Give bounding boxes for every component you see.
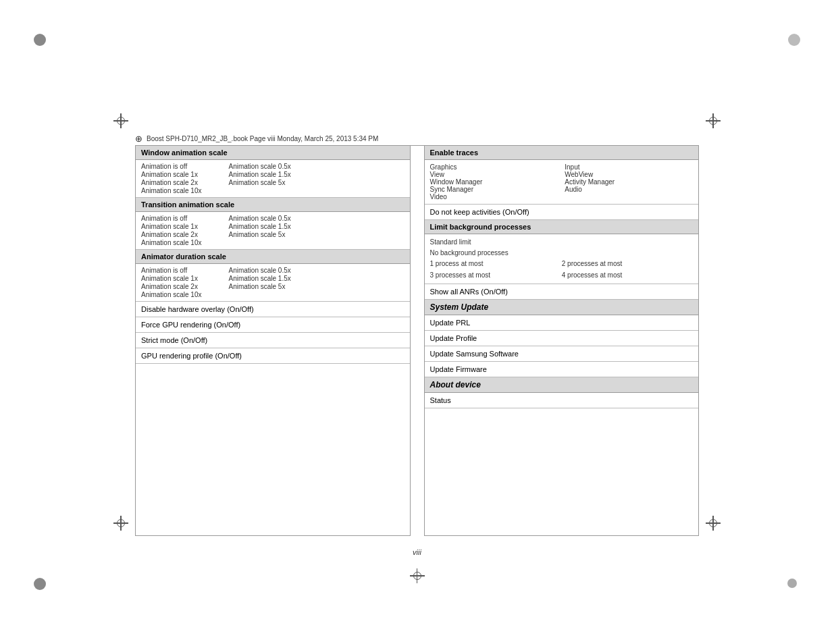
item: Animation scale 1x xyxy=(141,171,202,178)
animator-col1: Animation is off Animation scale 1x Anim… xyxy=(141,267,202,298)
item: Animation scale 1.5x xyxy=(229,171,291,178)
header-text: Boost SPH-D710_MR2_JB_.book Page viii Mo… xyxy=(147,135,378,142)
update-firmware-row[interactable]: Update Firmware xyxy=(425,362,699,377)
window-anim-col2: Animation scale 0.5x Animation scale 1.5… xyxy=(229,163,291,194)
update-samsung-row[interactable]: Update Samsung Software xyxy=(425,346,699,362)
item: Animation scale 10x xyxy=(141,291,202,298)
update-prl-row[interactable]: Update PRL xyxy=(425,315,699,331)
item: Animation is off xyxy=(141,163,202,170)
item: Animation scale 1x xyxy=(141,275,202,282)
window-animation-scale-items: Animation is off Animation scale 1x Anim… xyxy=(136,160,410,198)
page-header: ⊕ Boost SPH-D710_MR2_JB_.book Page viii … xyxy=(135,134,699,146)
enable-traces-header: Enable traces xyxy=(425,146,699,160)
item: Animation scale 5x xyxy=(229,231,291,238)
transition-anim-col2: Animation scale 0.5x Animation scale 1.5… xyxy=(229,215,291,246)
gpu-profile-row[interactable]: GPU rendering profile (On/Off) xyxy=(136,348,410,364)
item: Audio xyxy=(565,186,693,193)
item: Animation scale 2x xyxy=(141,283,202,290)
item: Standard limit xyxy=(430,237,694,248)
show-anrs-row[interactable]: Show all ANRs (On/Off) xyxy=(425,284,699,300)
window-anim-col1: Animation is off Animation scale 1x Anim… xyxy=(141,163,202,194)
item: Animation scale 1.5x xyxy=(229,275,291,282)
transition-anim-col1: Animation is off Animation scale 1x Anim… xyxy=(141,215,202,246)
disable-hw-overlay-row[interactable]: Disable hardware overlay (On/Off) xyxy=(136,302,410,317)
item: 3 processes at most xyxy=(430,270,561,281)
item: View xyxy=(430,171,558,178)
limit-bg-grid: 1 process at most 2 processes at most 3 … xyxy=(430,259,694,281)
enable-traces-items: Graphics View Window Manager Sync Manage… xyxy=(425,160,699,205)
item: Animation scale 5x xyxy=(229,283,291,290)
item: Window Manager xyxy=(430,178,558,186)
item: 2 processes at most xyxy=(562,259,693,269)
force-gpu-row[interactable]: Force GPU rendering (On/Off) xyxy=(136,317,410,333)
right-panel: Enable traces Graphics View Window Manag… xyxy=(424,145,700,536)
item: 1 process at most xyxy=(430,259,561,269)
traces-col2: Input WebView Activity Manager Audio xyxy=(565,163,693,200)
item: No background processes xyxy=(430,248,694,259)
content-area: Window animation scale Animation is off … xyxy=(135,145,699,536)
about-device-header: About device xyxy=(425,377,699,393)
page-number: viii xyxy=(413,548,421,556)
item: Animation scale 1.5x xyxy=(229,223,291,230)
traces-col1: Graphics View Window Manager Sync Manage… xyxy=(430,163,558,200)
item: Animation scale 0.5x xyxy=(229,267,291,274)
item: Graphics xyxy=(430,163,558,171)
item: Activity Manager xyxy=(565,178,693,186)
item: Animation scale 0.5x xyxy=(229,163,291,170)
item: Animation scale 10x xyxy=(141,239,202,246)
strict-mode-row[interactable]: Strict mode (On/Off) xyxy=(136,333,410,348)
animator-duration-scale-items: Animation is off Animation scale 1x Anim… xyxy=(136,264,410,302)
update-profile-row[interactable]: Update Profile xyxy=(425,331,699,346)
item: Video xyxy=(430,193,558,200)
animator-duration-scale-header: Animator duration scale xyxy=(136,250,410,264)
limit-bg-items: Standard limit No background processes 1… xyxy=(425,234,699,284)
item: Animation is off xyxy=(141,267,202,274)
window-animation-scale-header: Window animation scale xyxy=(136,146,410,160)
animator-col2: Animation scale 0.5x Animation scale 1.5… xyxy=(229,267,291,298)
limit-bg-header: Limit background processes xyxy=(425,220,699,234)
status-row[interactable]: Status xyxy=(425,393,699,408)
transition-animation-scale-header: Transition animation scale xyxy=(136,198,410,212)
item: Sync Manager xyxy=(430,186,558,193)
item: Animation scale 5x xyxy=(229,179,291,186)
item: 4 processes at most xyxy=(562,270,693,281)
item: Animation scale 0.5x xyxy=(229,215,291,222)
system-update-header: System Update xyxy=(425,300,699,315)
item: Animation scale 2x xyxy=(141,179,202,186)
item: Input xyxy=(565,163,693,171)
item: Animation is off xyxy=(141,215,202,222)
item: WebView xyxy=(565,171,693,178)
item: Animation scale 1x xyxy=(141,223,202,230)
item: Animation scale 2x xyxy=(141,231,202,238)
left-panel: Window animation scale Animation is off … xyxy=(135,145,411,536)
transition-animation-scale-items: Animation is off Animation scale 1x Anim… xyxy=(136,212,410,250)
item: Animation scale 10x xyxy=(141,187,202,194)
do-not-keep-row[interactable]: Do not keep activities (On/Off) xyxy=(425,205,699,220)
